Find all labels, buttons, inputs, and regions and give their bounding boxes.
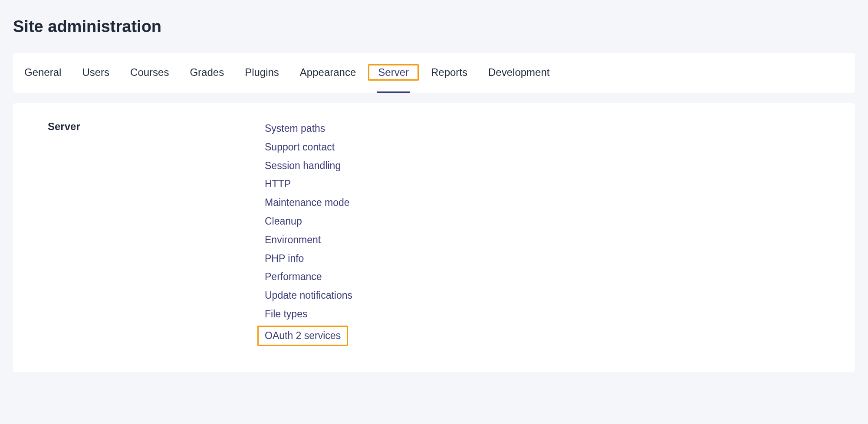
link-maintenance-mode[interactable]: Maintenance mode (265, 195, 352, 211)
links-column: System paths Support contact Session han… (265, 121, 352, 346)
content-row: Server System paths Support contact Sess… (48, 121, 820, 346)
link-update-notifications[interactable]: Update notifications (265, 287, 352, 303)
tab-general[interactable]: General (24, 53, 61, 93)
link-file-types[interactable]: File types (265, 306, 352, 322)
tab-label: Users (82, 66, 109, 78)
link-session-handling[interactable]: Session handling (265, 158, 352, 174)
link-environment[interactable]: Environment (265, 232, 352, 248)
link-cleanup[interactable]: Cleanup (265, 213, 352, 229)
tab-courses[interactable]: Courses (130, 53, 169, 93)
tab-label: Server (378, 66, 409, 78)
link-support-contact[interactable]: Support contact (265, 139, 352, 155)
tab-appearance[interactable]: Appearance (300, 53, 356, 93)
page-container: Site administration General Users Course… (0, 0, 868, 372)
tabs: General Users Courses Grades Plugins App… (13, 53, 855, 93)
tab-label: Appearance (300, 66, 356, 78)
tabs-container: General Users Courses Grades Plugins App… (13, 53, 855, 93)
link-php-info[interactable]: PHP info (265, 251, 352, 267)
tab-label: Reports (431, 66, 467, 78)
section-title: Server (48, 121, 265, 133)
tab-highlight-box: Server (368, 64, 419, 81)
tab-label: Courses (130, 66, 169, 78)
tab-server[interactable]: Server (377, 53, 410, 93)
page-title: Site administration (13, 17, 855, 36)
link-http[interactable]: HTTP (265, 176, 352, 192)
link-system-paths[interactable]: System paths (265, 121, 352, 137)
tab-label: Development (488, 66, 549, 78)
content-container: Server System paths Support contact Sess… (13, 103, 855, 372)
tab-users[interactable]: Users (82, 53, 109, 93)
tab-plugins[interactable]: Plugins (245, 53, 279, 93)
tab-label: Plugins (245, 66, 279, 78)
tab-label: Grades (190, 66, 224, 78)
link-oauth-2-services[interactable]: OAuth 2 services (257, 326, 348, 346)
tab-reports[interactable]: Reports (431, 53, 467, 93)
tab-grades[interactable]: Grades (190, 53, 224, 93)
tab-label: General (24, 66, 61, 78)
link-performance[interactable]: Performance (265, 269, 352, 285)
tab-development[interactable]: Development (488, 53, 549, 93)
